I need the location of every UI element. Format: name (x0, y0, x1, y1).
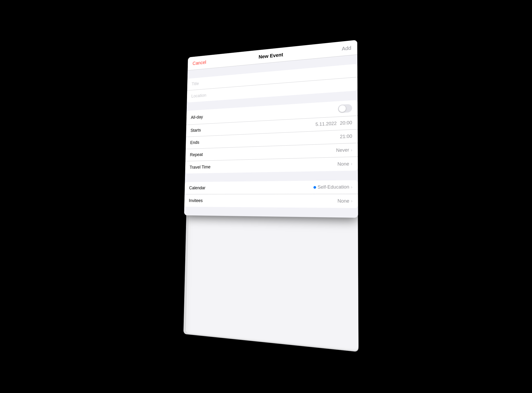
starts-label: Starts (191, 122, 315, 133)
section-time: All-day Starts 5.11.2022 20:00 Ends 21:0… (185, 100, 358, 174)
calendar-dot-icon (313, 186, 316, 188)
ends-time: 21:00 (340, 134, 352, 140)
calendar-value-text: Self-Education (317, 184, 349, 190)
invitees-chevron-icon: › (351, 199, 353, 203)
repeat-chevron-icon: › (351, 148, 352, 152)
starts-value: 5.11.2022 20:00 (315, 120, 352, 127)
calendar-label: Calendar (189, 185, 313, 191)
allday-toggle[interactable] (338, 104, 352, 113)
repeat-value-text: Never (336, 147, 349, 153)
scene: Cancel New Event Add All-day Sta (181, 40, 359, 362)
calendar-chevron-icon: › (351, 185, 352, 189)
add-button[interactable]: Add (342, 45, 351, 52)
section-calendar: Calendar Self-Education › Invitees None … (184, 180, 358, 208)
repeat-value: Never › (336, 147, 352, 153)
nav-title: New Event (259, 52, 283, 60)
ends-label: Ends (190, 134, 340, 145)
invitees-row[interactable]: Invitees None › (184, 194, 358, 208)
calendar-value: Self-Education › (313, 184, 353, 190)
travel-value: None › (337, 161, 352, 167)
invitees-value-text: None (337, 198, 349, 204)
calendar-row[interactable]: Calendar Self-Education › (184, 180, 358, 194)
travel-value-text: None (337, 161, 349, 167)
invitees-label: Invitees (189, 198, 337, 204)
starts-time: 20:00 (340, 120, 352, 126)
travel-chevron-icon: › (351, 161, 352, 166)
toggle-knob (339, 105, 346, 112)
starts-date: 5.11.2022 (315, 121, 337, 127)
invitees-value: None › (337, 198, 352, 204)
repeat-label: Repeat (190, 148, 336, 157)
new-event-card: Cancel New Event Add All-day Sta (184, 40, 358, 218)
travel-label: Travel Time (190, 161, 337, 170)
cancel-button[interactable]: Cancel (193, 60, 206, 66)
ends-value: 21:00 (340, 134, 352, 140)
